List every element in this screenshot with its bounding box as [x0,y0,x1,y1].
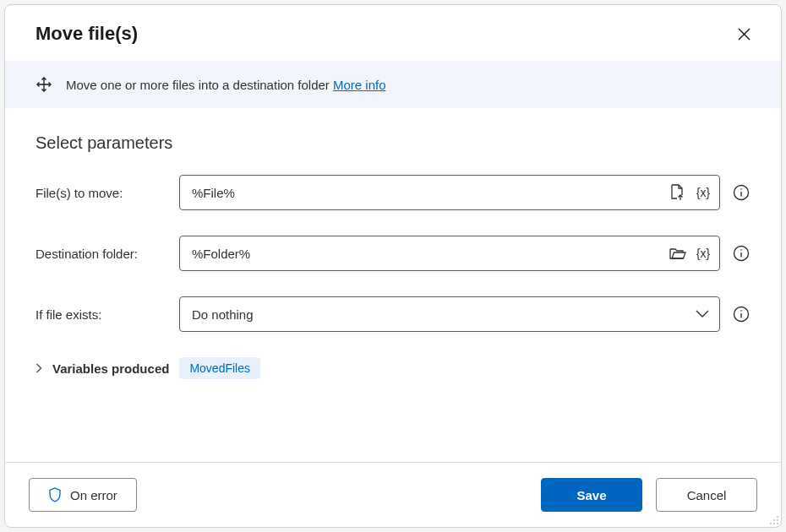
move-arrows-icon [35,76,52,93]
on-error-button[interactable]: On error [29,478,137,512]
svg-point-7 [740,249,742,251]
dialog-content: Select parameters File(s) to move: %File… [5,108,781,462]
info-text: Move one or more files into a destinatio… [66,78,333,92]
dest-input[interactable]: %Folder% {x} [179,236,720,271]
cancel-button[interactable]: Cancel [656,478,757,512]
close-icon [738,28,751,41]
field-files-to-move: File(s) to move: %File% [35,175,751,210]
info-icon [733,184,750,201]
exists-value: Do nothing [192,307,696,322]
svg-point-16 [777,523,778,524]
section-title: Select parameters [35,133,751,153]
info-bar: Move one or more files into a destinatio… [5,61,781,108]
save-button[interactable]: Save [541,478,642,512]
select-folder-button[interactable] [669,244,687,263]
file-picker-icon [670,184,685,201]
files-input[interactable]: %File% {x} [179,175,720,210]
svg-point-12 [773,519,775,521]
svg-point-11 [777,516,778,518]
svg-point-13 [777,519,778,521]
field-destination-folder: Destination folder: %Folder% [35,236,751,271]
svg-point-4 [740,188,742,190]
chevron-right-icon [35,363,42,373]
more-info-link[interactable]: More info [333,78,386,92]
expand-variables[interactable] [35,363,42,373]
on-error-label: On error [70,488,117,502]
exists-select[interactable]: Do nothing [179,296,720,332]
folder-picker-icon [669,247,686,260]
insert-variable-button[interactable]: {x} [694,183,712,202]
info-icon [733,306,750,323]
info-text-wrap: Move one or more files into a destinatio… [66,78,386,92]
dialog-header: Move file(s) [5,5,781,61]
exists-help[interactable] [732,305,751,323]
files-label: File(s) to move: [35,186,172,200]
variable-icon: {x} [696,247,710,260]
insert-variable-button[interactable]: {x} [694,244,712,263]
save-label: Save [576,488,606,502]
dest-help[interactable] [732,244,751,263]
svg-point-14 [770,523,772,524]
svg-point-15 [773,523,775,524]
svg-point-10 [740,310,742,312]
select-file-button[interactable] [669,183,687,202]
variables-produced-row: Variables produced MovedFiles [35,357,751,379]
variables-label: Variables produced [52,361,169,376]
move-files-dialog: Move file(s) Move one or more files into… [4,4,782,528]
chevron-down-icon [696,310,709,318]
exists-label: If file exists: [35,307,172,322]
variable-icon: {x} [696,186,710,199]
close-button[interactable] [730,20,757,47]
files-help[interactable] [732,183,751,202]
dialog-title: Move file(s) [35,23,138,45]
dialog-footer: On error Save Cancel [5,462,781,527]
dest-label: Destination folder: [35,247,172,261]
field-if-file-exists: If file exists: Do nothing [35,296,751,332]
shield-icon [48,487,62,502]
cancel-label: Cancel [687,488,727,502]
files-input-value: %File% [192,186,669,200]
info-icon [733,245,750,262]
variable-chip[interactable]: MovedFiles [179,357,260,379]
dest-input-value: %Folder% [192,247,669,261]
resize-grip-icon[interactable] [769,515,779,525]
